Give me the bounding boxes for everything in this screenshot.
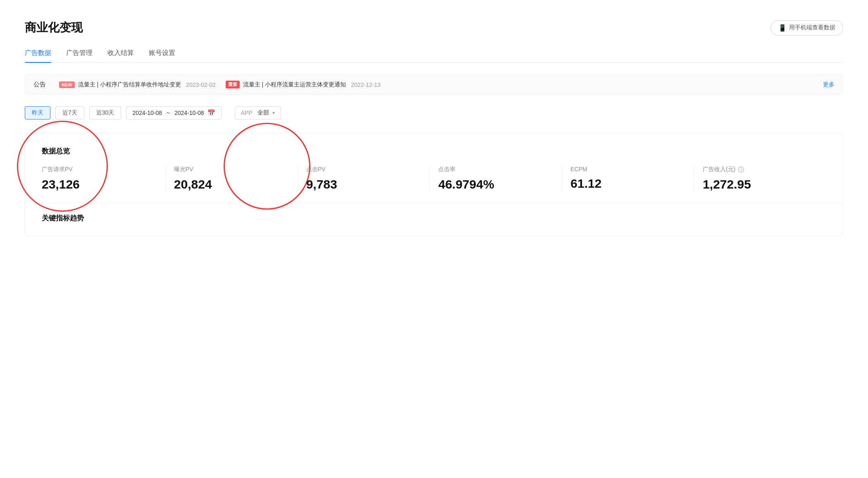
stat-value-ctr: 46.9794% bbox=[438, 177, 553, 191]
stat-value-exposure: 20,824 bbox=[174, 177, 289, 191]
tab-account-settings[interactable]: 账号设置 bbox=[149, 49, 175, 62]
page-title: 商业化变现 bbox=[25, 20, 83, 36]
calendar-icon: 📅 bbox=[207, 109, 215, 117]
stat-item-click: 点击PV 9,783 bbox=[298, 166, 430, 191]
notice-badge-important: 重要 bbox=[226, 81, 240, 88]
date-start: 2024-10-08 bbox=[132, 110, 162, 116]
stat-item-ecpm: ECPM 61.12 bbox=[562, 166, 694, 191]
time-btn-7days[interactable]: 近7天 bbox=[55, 106, 84, 120]
time-btn-yesterday[interactable]: 昨天 bbox=[25, 106, 50, 120]
notice-label: 公告 bbox=[33, 81, 46, 88]
mobile-preview-button[interactable]: 📱 用手机端查看数据 bbox=[770, 20, 843, 36]
page-header: 商业化变现 📱 用手机端查看数据 bbox=[25, 20, 843, 36]
tab-revenue-settlement[interactable]: 收入结算 bbox=[107, 49, 134, 62]
stat-value-click: 9,783 bbox=[306, 177, 422, 191]
info-icon[interactable]: i bbox=[738, 167, 744, 172]
stat-item-exposure: 曝光PV 20,824 bbox=[166, 166, 298, 191]
stats-grid: 广告请求PV 23,126 曝光PV 20,824 点击PV 9,783 点击率… bbox=[42, 166, 826, 191]
stat-item-ctr: 点击率 46.9794% bbox=[430, 166, 562, 191]
mobile-preview-label: 用手机端查看数据 bbox=[789, 24, 835, 31]
tab-ad-data[interactable]: 广告数据 bbox=[25, 49, 51, 62]
stat-label-click: 点击PV bbox=[306, 166, 422, 173]
stats-section: 数据总览 广告请求PV 23,126 曝光PV 20,824 点击PV 9,78… bbox=[25, 133, 843, 237]
stat-label-ctr: 点击率 bbox=[438, 166, 553, 173]
page-container: 商业化变现 📱 用手机端查看数据 广告数据 广告管理 收入结算 账号设置 公告 bbox=[0, 0, 868, 478]
time-btn-30days[interactable]: 近30天 bbox=[89, 106, 122, 120]
main-content: 商业化变现 📱 用手机端查看数据 广告数据 广告管理 收入结算 账号设置 公告 bbox=[0, 0, 868, 478]
stat-label-ecpm: ECPM bbox=[570, 166, 686, 172]
tab-bar: 广告数据 广告管理 收入结算 账号设置 bbox=[25, 49, 843, 63]
notice-date-1: 2023-02-02 bbox=[186, 81, 216, 88]
stats-divider bbox=[25, 203, 843, 203]
notice-text-2: 流量主 | 小程序流量主运营主体变更通知 bbox=[243, 81, 346, 88]
stat-label-ad-request: 广告请求PV bbox=[42, 166, 157, 173]
stat-label-revenue: 广告收入(元) i bbox=[703, 166, 818, 173]
trend-title: 关键指标趋势 bbox=[42, 213, 826, 223]
notice-bar: 公告 NEW 流量主 | 小程序广告结算单收件地址变更 2023-02-02 重… bbox=[25, 74, 843, 95]
stat-value-revenue: 1,272.95 bbox=[703, 177, 818, 191]
stat-item-revenue: 广告收入(元) i 1,272.95 bbox=[694, 166, 826, 191]
date-separator: ～ bbox=[165, 109, 171, 117]
mobile-icon: 📱 bbox=[778, 24, 787, 32]
stat-label-exposure: 曝光PV bbox=[174, 166, 289, 173]
stat-item-ad-request: 广告请求PV 23,126 bbox=[42, 166, 166, 191]
notice-item-1: NEW 流量主 | 小程序广告结算单收件地址变更 2023-02-02 bbox=[59, 81, 216, 88]
chevron-down-icon: ▾ bbox=[272, 110, 275, 116]
app-filter-value: 全部 bbox=[258, 109, 269, 117]
app-filter-label: APP bbox=[241, 110, 253, 116]
stat-value-ecpm: 61.12 bbox=[570, 177, 686, 191]
stat-value-ad-request: 23,126 bbox=[42, 177, 157, 191]
app-filter-dropdown[interactable]: APP 全部 ▾ bbox=[235, 106, 281, 120]
notice-text-1: 流量主 | 小程序广告结算单收件地址变更 bbox=[78, 81, 181, 88]
stats-title: 数据总览 bbox=[42, 146, 826, 156]
date-end: 2024-10-08 bbox=[174, 110, 204, 116]
filter-bar: 昨天 近7天 近30天 2024-10-08 ～ 2024-10-08 📅 AP… bbox=[25, 106, 843, 120]
notice-more-link[interactable]: 更多 bbox=[823, 81, 835, 88]
notice-item-2: 重要 流量主 | 小程序流量主运营主体变更通知 2022-12-13 bbox=[226, 81, 381, 88]
notice-badge-new: NEW bbox=[59, 81, 75, 88]
tab-ad-management[interactable]: 广告管理 bbox=[66, 49, 93, 62]
date-range-picker[interactable]: 2024-10-08 ～ 2024-10-08 📅 bbox=[126, 106, 221, 120]
notice-date-2: 2022-12-13 bbox=[351, 81, 381, 88]
